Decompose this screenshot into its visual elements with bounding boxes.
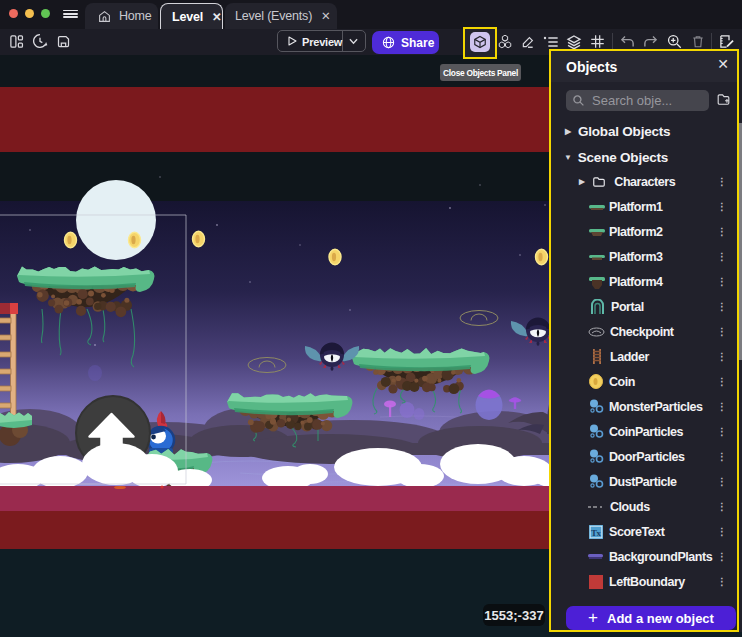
svg-text:Tx: Tx	[591, 527, 602, 537]
